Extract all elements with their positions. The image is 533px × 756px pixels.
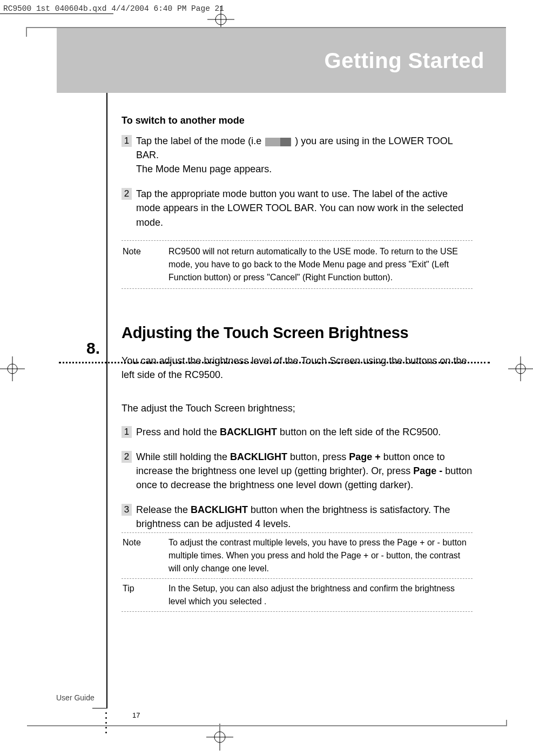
step-text: Press and hold the <box>136 427 220 437</box>
sidebar-label: User Guide <box>56 693 95 702</box>
keyword-page-plus: Page + <box>349 451 381 462</box>
reg-mark-bottom-icon <box>206 724 233 751</box>
note-label: Note <box>123 245 168 284</box>
section-lead: The adjust the Touch Screen brightness; <box>122 401 473 415</box>
section-number: 8. <box>86 339 100 357</box>
margin-dots <box>105 712 107 733</box>
step-2-switch: 2 Tap the appropriate mode button you wa… <box>122 187 473 229</box>
keyword-backlight: BACKLIGHT <box>230 451 287 462</box>
step-number: 1 <box>122 135 132 147</box>
step-number: 2 <box>122 188 132 200</box>
step-number: 1 <box>122 426 132 438</box>
header-underline <box>0 14 113 14</box>
note-switch-mode: Note RC9500 will not return automaticall… <box>122 240 473 289</box>
step-number: 2 <box>122 451 132 463</box>
trim-tick-br <box>506 720 507 726</box>
margin-rule <box>106 93 107 708</box>
step-number: 3 <box>122 504 132 516</box>
margin-rule-tick <box>92 708 106 709</box>
note-body: To adjust the contrast multiple levels, … <box>168 536 471 575</box>
mode-swatch-icon <box>265 138 291 146</box>
keyword-backlight: BACKLIGHT <box>191 504 248 515</box>
tip-label: Tip <box>123 582 168 608</box>
step-text: The Mode Menu page appears. <box>136 164 272 174</box>
step-1-brightness: 1 Press and hold the BACKLIGHT button on… <box>122 425 473 439</box>
page-number: 17 <box>132 711 140 719</box>
step-text: Tap the label of the mode (i.e <box>136 136 261 146</box>
section-intro: You can adjust the brightness level of t… <box>122 354 473 382</box>
trim-bottom <box>27 725 506 726</box>
step-text: While still holding the <box>136 451 230 462</box>
step-text: Release the <box>136 504 191 515</box>
tip-brightness: Tip In the Setup, you can also adjust th… <box>122 579 473 612</box>
note-tip-stack: Note To adjust the contrast multiple lev… <box>122 532 473 612</box>
note-brightness: Note To adjust the contrast multiple lev… <box>122 532 473 579</box>
reg-mark-left-icon <box>0 356 25 381</box>
step-3-brightness: 3 Release the BACKLIGHT button when the … <box>122 503 473 531</box>
step-1-switch: 1 Tap the label of the mode (i.e ) you a… <box>122 134 473 176</box>
file-stamp: RC9500 1st 040604b.qxd 4/4/2004 6:40 PM … <box>3 4 224 13</box>
step-2-brightness: 2 While still holding the BACKLIGHT butt… <box>122 450 473 492</box>
title-band-light <box>27 28 57 93</box>
keyword-backlight: BACKLIGHT <box>220 427 277 437</box>
subhead-switch-mode: To switch to another mode <box>122 113 473 127</box>
step-text: Tap the appropriate mode button you want… <box>136 187 473 229</box>
page-body: To switch to another mode 1 Tap the labe… <box>122 108 473 612</box>
reg-mark-right-icon <box>508 356 533 381</box>
step-text: button on the left side of the RC9500. <box>277 427 441 437</box>
chapter-title: Getting Started <box>325 49 484 73</box>
note-label: Note <box>123 536 168 575</box>
keyword-page-minus: Page - <box>413 465 442 476</box>
tip-body: In the Setup, you can also adjust the br… <box>168 582 471 608</box>
note-body: RC9500 will not return automatically to … <box>168 245 471 284</box>
step-text: button, press <box>287 451 349 462</box>
section-heading: Adjusting the Touch Screen Brightness <box>122 321 473 344</box>
